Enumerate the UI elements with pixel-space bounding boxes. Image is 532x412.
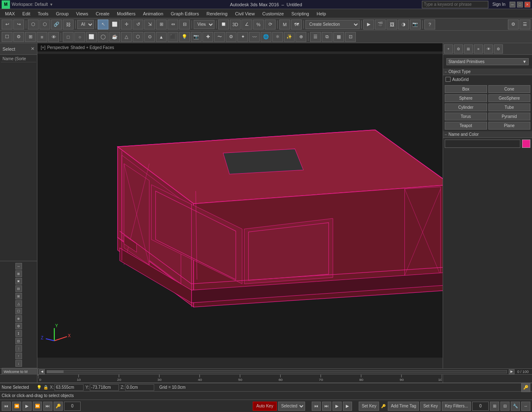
left-icon-11[interactable]: ⊡ — [15, 338, 22, 344]
extra-anim1[interactable]: ⊞ — [490, 402, 499, 411]
signin-label[interactable]: Sign In — [490, 2, 508, 7]
left-icon-9[interactable]: ⚙ — [15, 323, 22, 329]
move-btn[interactable]: ✛ — [121, 20, 132, 29]
left-icon-12[interactable]: ⋮ — [15, 345, 22, 352]
menu-civil-view[interactable]: Civil View — [232, 10, 258, 17]
rpanel-tab-create[interactable]: + — [444, 44, 453, 54]
go-end-btn[interactable]: ⏭ — [43, 402, 52, 411]
add-time-tag-button[interactable]: Add Time Tag — [388, 402, 419, 411]
timeline-scroll-left[interactable]: ◀ — [39, 369, 45, 374]
extras-btn[interactable]: ⊕ — [296, 32, 306, 42]
play-btn[interactable]: ▶ — [22, 402, 32, 411]
helper-btn[interactable]: ✚ — [202, 32, 213, 42]
help-btn[interactable]: ? — [424, 20, 435, 29]
extra-anim2[interactable]: ⊟ — [500, 402, 510, 411]
pyramid-prim[interactable]: ▲ — [156, 32, 167, 42]
box-prim[interactable]: □ — [63, 32, 74, 42]
rpanel-tab-motion[interactable]: ≡ — [474, 44, 483, 54]
camera-btn[interactable]: 📷 — [191, 32, 202, 42]
primitive-dropdown[interactable]: Standard Primitives ▼ — [446, 58, 529, 65]
timeline-track[interactable] — [47, 370, 507, 373]
autogrid-checkbox[interactable] — [446, 77, 451, 82]
space-warp-btn[interactable]: 〜 — [214, 32, 225, 42]
x-input[interactable] — [54, 384, 84, 391]
menu-group[interactable]: Group — [53, 10, 72, 17]
hair-btn[interactable]: 〰 — [249, 32, 260, 42]
left-icon-7[interactable]: ☐ — [15, 308, 22, 314]
viewport[interactable]: [+] Perspective Shaded + Edged Faces TOP… — [37, 43, 443, 368]
cone-prim[interactable]: △ — [121, 32, 132, 42]
particle-btn[interactable]: ✦ — [237, 32, 248, 42]
extra-btn2[interactable]: ☰ — [520, 20, 530, 29]
snap-spinner[interactable]: ⟳ — [265, 20, 276, 29]
render-settings-btn[interactable]: 🎬 — [375, 20, 386, 29]
play-btn[interactable]: ▶ — [363, 20, 374, 29]
unlink-btn[interactable]: ⛓ — [63, 20, 74, 29]
menu-tools[interactable]: Tools — [34, 10, 52, 17]
select-btn[interactable]: ↖ — [98, 20, 108, 29]
menu-modifiers[interactable]: Modifiers — [113, 10, 139, 17]
left-icon-14[interactable]: ↓ — [15, 360, 22, 367]
extra-btn1[interactable]: ⚙ — [508, 20, 519, 29]
group-btn[interactable]: ▦ — [333, 32, 344, 42]
plane-prim[interactable]: ⬛ — [167, 32, 178, 42]
key-filters-button[interactable]: Key Filters... — [442, 402, 471, 411]
btn-pyramid[interactable]: Pyramid — [488, 113, 531, 120]
render-frame-btn[interactable]: 📷 — [410, 20, 421, 29]
display-btn[interactable]: 👁 — [48, 32, 59, 42]
select-object-btn[interactable]: ⬡ — [28, 20, 39, 29]
render-btn[interactable]: 🖼 — [387, 20, 397, 29]
btn-sphere[interactable]: Sphere — [445, 94, 487, 102]
object-name-input[interactable] — [445, 140, 520, 148]
undo-button[interactable]: ↩ — [2, 20, 12, 29]
btn-teapot[interactable]: Teapot — [445, 122, 487, 130]
menu-animation[interactable]: Animation — [140, 10, 167, 17]
map-btn[interactable]: 🗺 — [291, 20, 302, 29]
select-region-btn[interactable]: ⬡ — [39, 20, 50, 29]
go-start-btn[interactable]: ⏮ — [2, 402, 11, 411]
snap-3d[interactable]: 3D — [230, 20, 241, 29]
viewport-view[interactable]: Perspective — [47, 45, 69, 50]
left-icon-5[interactable]: ⊞ — [15, 293, 22, 299]
timeline-scroll-right[interactable]: ▶ — [509, 369, 515, 374]
prev-key-btn[interactable]: ⏮ — [312, 402, 321, 411]
motion-btn[interactable]: ≡ — [37, 32, 47, 42]
play-selected-btn[interactable]: ▶ — [343, 402, 352, 411]
prev-frame-btn[interactable]: ⏪ — [12, 402, 21, 411]
link-btn[interactable]: 🔗 — [51, 20, 62, 29]
left-icon-6[interactable]: △ — [15, 300, 22, 307]
key-mode-btn[interactable]: 🔑 — [54, 402, 63, 411]
menu-max[interactable]: MAX — [2, 10, 18, 17]
btn-box[interactable]: Box — [445, 85, 487, 93]
close-panel-btn[interactable]: ✕ — [31, 46, 34, 52]
maximize-button[interactable]: □ — [517, 2, 523, 7]
rpanel-tab-modify[interactable]: ⚙ — [454, 44, 463, 54]
color-swatch[interactable] — [522, 140, 530, 148]
frame-input[interactable] — [64, 402, 81, 411]
sphere-prim[interactable]: ○ — [74, 32, 85, 42]
left-icon-10[interactable]: ↧ — [15, 330, 22, 337]
viewport-corner[interactable]: [+] — [41, 45, 45, 50]
y-input[interactable] — [90, 384, 119, 391]
effects-btn[interactable]: ✨ — [284, 32, 295, 42]
display-toggle[interactable]: ☰ — [310, 32, 321, 42]
menu-create[interactable]: Create — [92, 10, 113, 17]
menu-rendering[interactable]: Rendering — [203, 10, 231, 17]
extra-anim4[interactable]: ↔ — [521, 402, 530, 411]
activeshade-btn[interactable]: ◑ — [398, 20, 409, 29]
timeline-ruler[interactable]: 0 10 20 30 40 50 60 70 80 — [37, 375, 443, 383]
material-editor[interactable]: M — [279, 20, 290, 29]
align-btn[interactable]: ⊟ — [179, 20, 190, 29]
left-icon-8[interactable]: ⊕ — [15, 315, 22, 322]
geosphere-prim[interactable]: ⬡ — [133, 32, 143, 42]
set-key-filters-btn[interactable]: Set Key — [420, 402, 441, 411]
menu-customize[interactable]: Customize — [259, 10, 287, 17]
cloth-btn[interactable]: 🌐 — [261, 32, 271, 42]
menu-help[interactable]: Help — [313, 10, 330, 17]
extra-anim3[interactable]: 🔧 — [511, 402, 520, 411]
left-icon-1[interactable]: ↔ — [15, 263, 22, 270]
snap-percent[interactable]: % — [253, 20, 264, 29]
filter-select[interactable]: All — [77, 20, 94, 29]
btn-tube[interactable]: Tube — [488, 103, 531, 111]
keyword-search[interactable] — [422, 1, 488, 8]
